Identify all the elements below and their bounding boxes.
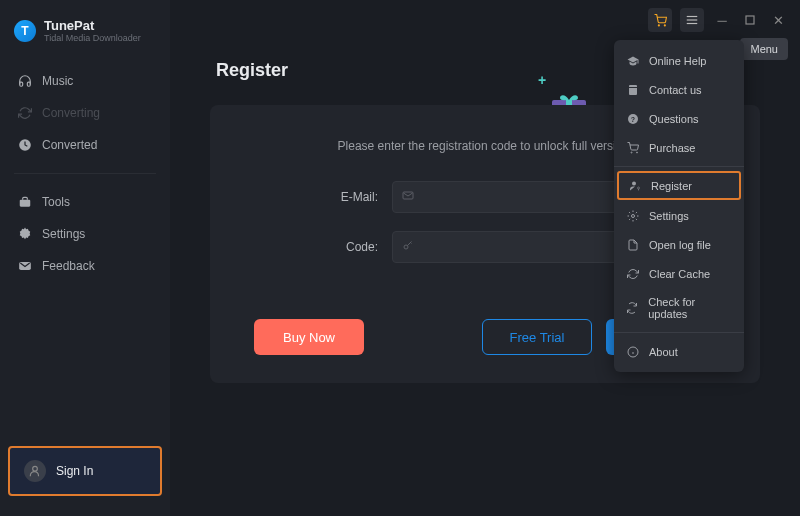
menu-label: Contact us	[649, 84, 702, 96]
trash-icon	[626, 267, 639, 280]
window-minimize[interactable]: ─	[712, 10, 732, 30]
sidebar-item-feedback[interactable]: Feedback	[0, 250, 170, 282]
menu-item-about[interactable]: About	[614, 337, 744, 366]
menu-label: Settings	[649, 210, 689, 222]
menu-item-settings[interactable]: Settings	[614, 201, 744, 230]
cart-icon[interactable]	[648, 8, 672, 32]
info-icon	[626, 345, 639, 358]
gear-icon	[18, 227, 32, 241]
menu-divider	[614, 332, 744, 333]
sidebar-item-tools[interactable]: Tools	[0, 186, 170, 218]
phone-icon	[626, 83, 639, 96]
main-menu-dropdown: Online Help Contact us ? Questions Purch…	[614, 40, 744, 372]
titlebar: ─ ✕	[636, 0, 800, 40]
signin-label: Sign In	[56, 464, 93, 478]
sidebar-item-music[interactable]: Music	[0, 65, 170, 97]
mail-icon	[18, 259, 32, 273]
sync-icon	[626, 302, 638, 315]
brand-logo-icon: T	[14, 20, 36, 42]
decor-plus-icon: +	[538, 72, 546, 88]
sidebar-item-settings[interactable]: Settings	[0, 218, 170, 250]
menu-label: Clear Cache	[649, 268, 710, 280]
headphones-icon	[18, 74, 32, 88]
user-key-icon	[628, 179, 641, 192]
svg-point-21	[637, 187, 639, 189]
sidebar-label: Converted	[42, 138, 97, 152]
gear-small-icon	[626, 209, 639, 222]
sidebar-label: Converting	[42, 106, 100, 120]
brand-subtitle: Tidal Media Downloader	[44, 33, 141, 43]
clock-icon	[18, 138, 32, 152]
svg-point-1	[664, 24, 665, 25]
menu-label: Questions	[649, 113, 699, 125]
menu-item-clear-cache[interactable]: Clear Cache	[614, 259, 744, 288]
code-label: Code:	[318, 240, 378, 254]
sidebar-item-converting[interactable]: Converting	[0, 97, 170, 129]
hamburger-menu-icon[interactable]	[680, 8, 704, 32]
file-icon	[626, 238, 639, 251]
sidebar-label: Tools	[42, 195, 70, 209]
brand: T TunePat Tidal Media Downloader	[0, 12, 170, 59]
signin-button[interactable]: Sign In	[8, 446, 162, 496]
envelope-icon	[402, 190, 414, 205]
divider	[14, 173, 156, 174]
avatar-icon	[24, 460, 46, 482]
menu-label: Open log file	[649, 239, 711, 251]
svg-point-20	[632, 181, 636, 185]
sidebar-label: Music	[42, 74, 73, 88]
menu-item-purchase[interactable]: Purchase	[614, 133, 744, 162]
menu-label: Register	[651, 180, 692, 192]
menu-label: Purchase	[649, 142, 695, 154]
svg-point-15	[404, 245, 408, 249]
svg-point-18	[631, 152, 632, 153]
menu-divider	[614, 166, 744, 167]
menu-label: Online Help	[649, 55, 706, 67]
brand-name: TunePat	[44, 18, 141, 33]
menu-item-contact[interactable]: Contact us	[614, 75, 744, 104]
email-label: E-Mail:	[318, 190, 378, 204]
code-field[interactable]	[392, 231, 652, 263]
menu-item-online-help[interactable]: Online Help	[614, 46, 744, 75]
svg-point-19	[636, 152, 637, 153]
window-close[interactable]: ✕	[768, 10, 788, 30]
email-field[interactable]	[392, 181, 652, 213]
toolbox-icon	[18, 195, 32, 209]
menu-label: Check for updates	[648, 296, 732, 320]
buy-now-button[interactable]: Buy Now	[254, 319, 364, 355]
svg-rect-7	[20, 200, 31, 207]
menu-item-open-log[interactable]: Open log file	[614, 230, 744, 259]
refresh-icon	[18, 106, 32, 120]
window-maximize[interactable]	[740, 10, 760, 30]
sidebar: T TunePat Tidal Media Downloader Music C…	[0, 0, 170, 516]
sidebar-label: Feedback	[42, 259, 95, 273]
cart-small-icon	[626, 141, 639, 154]
svg-point-0	[658, 24, 659, 25]
svg-text:?: ?	[630, 115, 634, 122]
menu-tooltip: Menu	[740, 38, 788, 60]
svg-point-10	[33, 466, 38, 471]
svg-rect-5	[746, 16, 754, 24]
svg-point-22	[631, 214, 634, 217]
sidebar-item-converted[interactable]: Converted	[0, 129, 170, 161]
menu-item-check-updates[interactable]: Check for updates	[614, 288, 744, 328]
sidebar-label: Settings	[42, 227, 85, 241]
question-icon: ?	[626, 112, 639, 125]
key-icon	[402, 240, 414, 255]
free-trial-button[interactable]: Free Trial	[482, 319, 592, 355]
menu-label: About	[649, 346, 678, 358]
menu-item-register[interactable]: Register	[617, 171, 741, 200]
menu-item-questions[interactable]: ? Questions	[614, 104, 744, 133]
graduation-cap-icon	[626, 54, 639, 67]
